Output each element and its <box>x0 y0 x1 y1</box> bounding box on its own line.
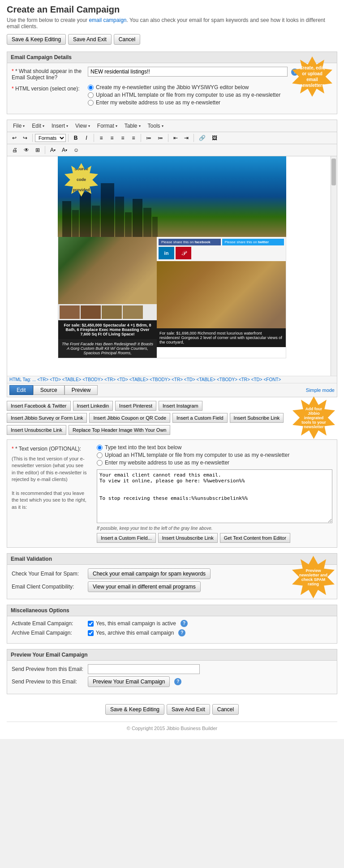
editor-menubar: File ▾ Edit ▾ Insert ▾ View ▾ Format ▾ T… <box>7 120 337 132</box>
insert-unsubscribe-tv-button[interactable]: Insert Unsubscribe Link <box>158 533 218 543</box>
insert-unsubscribe-link-button[interactable]: Insert Unsubscribe Link <box>7 425 66 435</box>
editor-toolbar-row1: ↩ ↪ Formats B I ≡ ≡ ≡ ≡ ≔ ≔ ⇤ ⇥ 🔗 🖼 <box>7 132 337 144</box>
print-button[interactable]: 🖨 <box>9 146 20 155</box>
email-header-image: Source code provided <box>58 156 286 237</box>
replace-header-image-button[interactable]: Replace Top Header Image With Your Own <box>69 425 171 435</box>
section-title: Email Campaign Details <box>7 52 337 63</box>
menu-format[interactable]: Format ▾ <box>94 121 121 130</box>
link-button[interactable]: 🔗 <box>196 133 208 142</box>
page-subtitle: Use the form below to create your email … <box>7 17 337 30</box>
menu-table[interactable]: Table ▾ <box>121 121 144 130</box>
save-keep-editing-button-bottom[interactable]: Save & Keep Editing <box>105 704 164 715</box>
editor-scroll-thumb[interactable] <box>331 159 336 185</box>
text-version-textarea[interactable]: Your email client cannot read this email… <box>97 469 332 523</box>
italic-button[interactable]: I <box>82 133 91 142</box>
tv-option-3[interactable]: Enter my website address to use as my e-… <box>97 460 332 466</box>
activate-control: Yes, this email campaign is active ? <box>88 620 188 627</box>
get-text-content-button[interactable]: Get Text Content from Editor <box>220 533 290 543</box>
source-badge-line3: provided <box>73 188 90 193</box>
spam-check-button[interactable]: Check your email campaign for spam keywo… <box>88 568 211 579</box>
emoji-button[interactable]: ☺ <box>71 146 82 155</box>
toolbar-sep-4 <box>141 134 141 142</box>
toolbar-sep-2 <box>68 134 69 142</box>
preview-button-toolbar[interactable]: 👁 <box>21 146 32 155</box>
unordered-list-button[interactable]: ≔ <box>143 133 154 142</box>
middle-content: Please share this on facebook Please sha… <box>157 237 286 358</box>
wysiwyg-editor: File ▾ Edit ▾ Insert ▾ View ▾ Format ▾ T… <box>7 120 337 397</box>
align-center-button[interactable]: ≡ <box>107 133 117 142</box>
tab-edit[interactable]: Edit <box>9 385 33 395</box>
tool-row-3: Insert Unsubscribe Link Replace Top Head… <box>7 425 337 435</box>
pinterest-btn[interactable]: 𝒫 <box>176 247 191 259</box>
align-justify-button[interactable]: ≡ <box>129 133 138 142</box>
save-and-exit-button-bottom[interactable]: Save And Exit <box>167 704 210 715</box>
client-compat-button[interactable]: View your email in different email progr… <box>88 581 201 592</box>
ordered-list-button[interactable]: ≔ <box>155 133 166 142</box>
redo-button[interactable]: ↪ <box>20 133 30 142</box>
facebook-share-btn[interactable]: Please share this on facebook <box>159 239 221 245</box>
undo-button[interactable]: ↩ <box>9 133 19 142</box>
menu-tools[interactable]: Tools ▾ <box>144 121 167 130</box>
font-color-button[interactable]: A ▾ <box>47 146 58 155</box>
insert-instagram-button[interactable]: Insert Instagram <box>159 401 202 411</box>
image-button[interactable]: 🖼 <box>209 133 220 142</box>
email-campaign-details-section: Email Campaign Details Create, edit, or … <box>7 52 337 114</box>
align-right-button[interactable]: ≡ <box>118 133 128 142</box>
insert-jibbio-coupon-button[interactable]: Insert Jibbio Coupon or QR Code <box>89 413 170 423</box>
tab-preview[interactable]: Preview <box>64 385 98 395</box>
editor-toolbar-row2: 🖨 👁 ⊞ A ▾ A ▾ ☺ <box>7 144 337 156</box>
email-validation-title: Email Validation <box>7 554 337 565</box>
text-version-section: * * Text version (OPTIONAL): (This is th… <box>7 439 337 548</box>
preview-to-label: Send Preview to this Email: <box>12 679 88 685</box>
preview-info-icon[interactable]: ? <box>174 678 181 685</box>
social-buttons: Please share this on facebook Please sha… <box>159 239 284 259</box>
fullscreen-button[interactable]: ⊞ <box>33 146 43 155</box>
activate-checkbox[interactable] <box>88 621 94 627</box>
tv-option-2[interactable]: Upload an HTML template or file from my … <box>97 452 332 458</box>
tab-source[interactable]: Source <box>33 385 64 395</box>
editor-scrollbar[interactable] <box>331 156 337 376</box>
cancel-button-bottom[interactable]: Cancel <box>212 704 239 715</box>
subject-input[interactable] <box>88 67 288 77</box>
menu-edit[interactable]: Edit ▾ <box>28 121 48 130</box>
menu-view[interactable]: View ▾ <box>72 121 94 130</box>
editor-content-area[interactable]: Source code provided <box>7 156 337 376</box>
menu-insert[interactable]: Insert ▾ <box>48 121 72 130</box>
preview-email-button[interactable]: Preview Your Email Campaign <box>88 676 170 687</box>
save-and-exit-button-top[interactable]: Save And Exit <box>68 34 112 45</box>
highlight-button[interactable]: A ▾ <box>59 146 70 155</box>
social-row-bottom: in 𝒫 <box>159 247 284 259</box>
starburst-integrated-tools: Add four Jibbio integrated tools to your… <box>292 396 335 439</box>
simple-mode-link[interactable]: Simple mode <box>306 387 335 393</box>
tv-option-1[interactable]: Type text into the text box below <box>97 444 332 451</box>
starburst-create-edit: Create, edit, or upload email newsletter… <box>292 56 332 97</box>
preview-from-input[interactable] <box>88 664 200 674</box>
linkedin-btn[interactable]: in <box>159 247 174 259</box>
html-option-3[interactable]: Enter my website address to use as my e-… <box>88 99 332 106</box>
insert-custom-field-tv-button[interactable]: Insert a Custom Field... <box>97 533 156 543</box>
formats-select[interactable]: Formats <box>35 134 66 142</box>
cancel-button-top[interactable]: Cancel <box>114 34 140 45</box>
insert-linkedin-button[interactable]: Insert Linkedin <box>73 401 113 411</box>
archive-info-icon[interactable]: ? <box>178 629 185 636</box>
save-keep-editing-button-top[interactable]: Save & Keep Editing <box>7 34 66 45</box>
indent-button[interactable]: ⇥ <box>181 133 191 142</box>
activate-info-icon[interactable]: ? <box>181 620 188 627</box>
toolbar-sep-7 <box>45 146 45 154</box>
outdent-button[interactable]: ⇤ <box>171 133 181 142</box>
twitter-share-btn[interactable]: Please share this on twitter <box>222 239 284 245</box>
preview-section-title: Preview Your Email Campaign <box>7 649 337 661</box>
source-badge-line1: Source <box>74 167 88 172</box>
bottom-action-buttons: Save & Keep Editing Save And Exit Cancel <box>7 700 337 719</box>
insert-custom-field-button[interactable]: Insert a Custom Field <box>172 413 228 423</box>
bold-button[interactable]: B <box>71 133 81 142</box>
insert-facebook-twitter-button[interactable]: Insert Facebook & Twitter <box>7 401 71 411</box>
archive-checkbox[interactable] <box>88 630 94 636</box>
menu-file[interactable]: File ▾ <box>9 121 28 130</box>
align-left-button[interactable]: ≡ <box>96 133 106 142</box>
social-share-row: Please share this on facebook Please sha… <box>157 237 286 261</box>
insert-subscribe-link-button[interactable]: Insert Subscribe Link <box>230 413 284 423</box>
insert-pinterest-button[interactable]: Insert Pinterest <box>115 401 156 411</box>
insert-jibbio-survey-button[interactable]: Insert Jibbio Survey or Form Link <box>7 413 87 423</box>
spam-check-label: Check Your Email for Spam: <box>12 571 88 577</box>
